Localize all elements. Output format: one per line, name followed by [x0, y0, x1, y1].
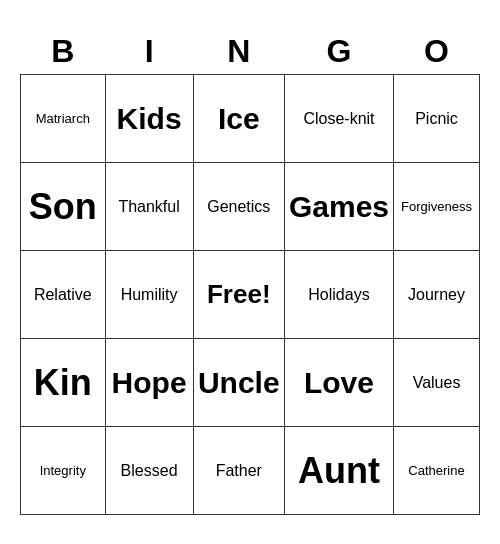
bingo-cell: Free!: [193, 251, 284, 339]
bingo-cell: Matriarch: [21, 75, 106, 163]
bingo-cell: Picnic: [394, 75, 480, 163]
bingo-cell: Love: [284, 339, 393, 427]
bingo-cell: Forgiveness: [394, 163, 480, 251]
bingo-cell: Genetics: [193, 163, 284, 251]
header-letter: O: [394, 29, 480, 75]
bingo-row: IntegrityBlessedFatherAuntCatherine: [21, 427, 480, 515]
bingo-cell: Journey: [394, 251, 480, 339]
bingo-cell: Father: [193, 427, 284, 515]
bingo-row: RelativeHumilityFree!HolidaysJourney: [21, 251, 480, 339]
header-letter: G: [284, 29, 393, 75]
bingo-cell: Uncle: [193, 339, 284, 427]
bingo-cell: Kin: [21, 339, 106, 427]
bingo-cell: Humility: [105, 251, 193, 339]
header-letter: I: [105, 29, 193, 75]
bingo-cell: Holidays: [284, 251, 393, 339]
bingo-cell: Relative: [21, 251, 106, 339]
header-letter: B: [21, 29, 106, 75]
bingo-cell: Hope: [105, 339, 193, 427]
bingo-cell: Kids: [105, 75, 193, 163]
bingo-cell: Catherine: [394, 427, 480, 515]
bingo-cell: Values: [394, 339, 480, 427]
bingo-cell: Games: [284, 163, 393, 251]
bingo-cell: Ice: [193, 75, 284, 163]
bingo-row: MatriarchKidsIceClose-knitPicnic: [21, 75, 480, 163]
bingo-cell: Close-knit: [284, 75, 393, 163]
bingo-cell: Blessed: [105, 427, 193, 515]
bingo-cell: Integrity: [21, 427, 106, 515]
bingo-row: SonThankfulGeneticsGamesForgiveness: [21, 163, 480, 251]
bingo-cell: Aunt: [284, 427, 393, 515]
bingo-row: KinHopeUncleLoveValues: [21, 339, 480, 427]
bingo-cell: Thankful: [105, 163, 193, 251]
bingo-cell: Son: [21, 163, 106, 251]
header-row: BINGO: [21, 29, 480, 75]
bingo-card: BINGO MatriarchKidsIceClose-knitPicnicSo…: [20, 29, 480, 515]
header-letter: N: [193, 29, 284, 75]
